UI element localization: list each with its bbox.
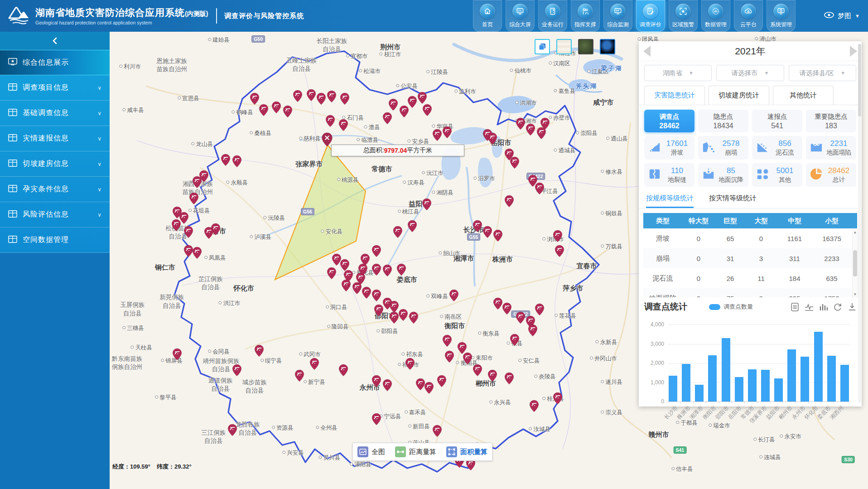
- hazard-marker[interactable]: [382, 112, 392, 125]
- nav-item-3[interactable]: 业务运行: [538, 0, 567, 32]
- hazard-marker[interactable]: [250, 92, 260, 105]
- scroll-down-icon[interactable]: ▼: [854, 292, 857, 296]
- hazard-marker[interactable]: [555, 245, 564, 257]
- tab-3[interactable]: 其他统计: [773, 86, 834, 105]
- hazard-marker[interactable]: [183, 226, 193, 238]
- scroll-thumb[interactable]: [853, 250, 857, 276]
- hazard-marker[interactable]: [504, 195, 514, 208]
- summary-card-4[interactable]: 重要隐患点183: [806, 110, 856, 132]
- hazard-marker[interactable]: [371, 263, 381, 276]
- summary-card-2[interactable]: 隐患点18434: [698, 110, 748, 132]
- hazard-marker[interactable]: [516, 311, 526, 324]
- hazard-marker[interactable]: [259, 104, 269, 116]
- nav-item-1[interactable]: 首页: [473, 0, 502, 32]
- sidebar-item-6[interactable]: 孕灾条件信息∨: [0, 177, 110, 202]
- map-tool-distance-measure-button[interactable]: 距离量算: [395, 446, 436, 457]
- hazard-marker[interactable]: [254, 344, 264, 357]
- hazard-marker[interactable]: [510, 156, 520, 169]
- hazard-marker[interactable]: [442, 334, 452, 347]
- hazard-marker[interactable]: [362, 286, 371, 299]
- hazard-marker[interactable]: [338, 119, 348, 131]
- globe-3d-thumbnail[interactable]: [600, 39, 615, 54]
- hazard-marker[interactable]: [473, 364, 482, 377]
- nav-item-9[interactable]: 云平台: [734, 0, 763, 32]
- scroll-up-icon[interactable]: ▲: [854, 230, 857, 234]
- hazard-marker[interactable]: [407, 220, 417, 232]
- next-year-button[interactable]: [850, 46, 857, 57]
- hazard-marker[interactable]: [487, 369, 497, 382]
- nav-item-8[interactable]: 数据管理: [701, 0, 730, 32]
- hazard-marker[interactable]: [396, 263, 406, 276]
- sidebar-item-4[interactable]: 灾情速报信息∨: [0, 126, 110, 151]
- panel-scrollbar[interactable]: [858, 44, 861, 403]
- hazard-marker[interactable]: [535, 303, 545, 316]
- hazard-marker[interactable]: [199, 170, 209, 183]
- hazard-marker[interactable]: [204, 227, 214, 239]
- user-area[interactable]: 梦图 ▼: [824, 0, 860, 32]
- sidebar-item-8[interactable]: 空间数据管理: [0, 228, 110, 253]
- nav-item-5[interactable]: 综合监测: [603, 0, 632, 32]
- hazard-marker[interactable]: [540, 117, 550, 130]
- nav-item-7[interactable]: 区域预警: [669, 0, 698, 32]
- hazard-marker[interactable]: [306, 89, 316, 102]
- chevron-down-icon[interactable]: ▼: [855, 13, 860, 19]
- nav-item-6[interactable]: 调查评价: [636, 0, 665, 32]
- hazard-marker[interactable]: [424, 382, 434, 394]
- hazard-marker[interactable]: [389, 311, 399, 324]
- hazard-marker[interactable]: [232, 155, 242, 168]
- sidebar-collapse-button[interactable]: [0, 32, 110, 50]
- province-select[interactable]: 湖南省▼: [644, 65, 712, 81]
- type-card-8[interactable]: 28462总计: [806, 163, 856, 187]
- type-card-1[interactable]: 17601滑坡: [644, 136, 694, 160]
- eye-icon[interactable]: [824, 12, 834, 20]
- data-view-icon[interactable]: [791, 303, 799, 311]
- hazard-marker[interactable]: [189, 192, 199, 205]
- hazard-marker[interactable]: [325, 115, 335, 127]
- hazard-marker[interactable]: [437, 375, 447, 387]
- hazard-marker[interactable]: [327, 267, 337, 280]
- hazard-marker[interactable]: [382, 264, 392, 277]
- hazard-marker[interactable]: [340, 92, 350, 105]
- hazard-marker[interactable]: [371, 289, 381, 302]
- hazard-marker[interactable]: [327, 90, 337, 103]
- hazard-marker[interactable]: [227, 424, 237, 436]
- layers-button[interactable]: [535, 39, 550, 54]
- hazard-marker[interactable]: [432, 425, 442, 437]
- download-icon[interactable]: [848, 303, 856, 311]
- summary-card-3[interactable]: 速报点541: [752, 110, 802, 132]
- hazard-marker[interactable]: [398, 309, 408, 321]
- hazard-marker[interactable]: [221, 154, 231, 166]
- hazard-marker[interactable]: [526, 123, 535, 136]
- hazard-marker[interactable]: [553, 392, 563, 405]
- table-scrollbar[interactable]: ▲ ▼: [852, 229, 858, 297]
- hazard-marker[interactable]: [444, 350, 454, 363]
- hazard-marker[interactable]: [171, 219, 181, 232]
- subtab-2[interactable]: 按灾情等级统计: [709, 194, 757, 208]
- hazard-marker[interactable]: [338, 364, 348, 377]
- city-select[interactable]: 请选择市▼: [716, 65, 784, 81]
- hazard-marker[interactable]: [382, 379, 392, 392]
- hazard-marker[interactable]: [502, 302, 512, 315]
- hazard-marker[interactable]: [271, 101, 281, 114]
- hazard-marker[interactable]: [316, 92, 326, 105]
- sidebar-item-2[interactable]: 调查项目信息∨: [0, 75, 110, 101]
- hazard-marker[interactable]: [449, 289, 459, 302]
- hazard-marker[interactable]: [232, 364, 242, 377]
- hazard-marker[interactable]: [393, 226, 403, 238]
- hazard-marker[interactable]: [487, 132, 497, 145]
- tab-1[interactable]: 灾害隐患统计: [644, 86, 705, 105]
- hazard-marker[interactable]: [409, 311, 419, 324]
- hazard-marker[interactable]: [371, 413, 381, 426]
- hazard-marker[interactable]: [482, 226, 492, 238]
- hazard-marker[interactable]: [374, 304, 384, 317]
- map-tool-area-measure-button[interactable]: 面积量算: [446, 446, 487, 457]
- hazard-marker[interactable]: [432, 129, 442, 141]
- hazard-marker[interactable]: [293, 90, 303, 102]
- hazard-marker[interactable]: [528, 324, 538, 337]
- type-card-6[interactable]: 85地面沉降: [698, 163, 748, 187]
- line-chart-icon[interactable]: [805, 303, 814, 311]
- summary-card-1[interactable]: 调查点28462: [644, 110, 694, 132]
- hazard-marker[interactable]: [422, 104, 432, 116]
- hazard-marker[interactable]: [371, 245, 381, 257]
- hazard-marker[interactable]: [309, 358, 319, 370]
